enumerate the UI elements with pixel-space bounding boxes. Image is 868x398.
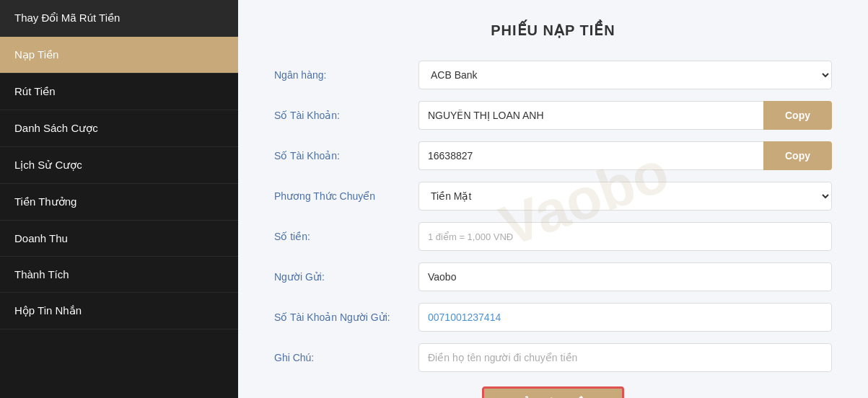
ghi-chu-label: Ghi Chú: <box>274 352 418 363</box>
phuong-thuc-select[interactable]: Tiền Mặt Chuyển Khoản <box>418 182 832 211</box>
sidebar-item-thay-doi-ma-rut-tien[interactable]: Thay Đổi Mã Rút Tiền <box>0 0 238 37</box>
sidebar-item-label: Lịch Sử Cược <box>14 159 82 171</box>
ghi-chu-row: Ghi Chú: <box>274 343 832 372</box>
sidebar-item-tien-thuong[interactable]: Tiền Thưởng <box>0 184 238 221</box>
main-content: Vaobo PHIẾU NẠP TIỀN Ngân hàng: ACB Bank… <box>238 0 868 398</box>
nguoi-gui-label: Người Gửi: <box>274 271 418 283</box>
sidebar-item-label: Thay Đổi Mã Rút Tiền <box>14 12 120 24</box>
sidebar-item-label: Hộp Tin Nhắn <box>14 304 82 317</box>
so-tien-input[interactable] <box>418 222 832 251</box>
so-tien-label: Số tiền: <box>274 231 418 242</box>
sidebar-item-label: Doanh Thu <box>14 232 68 244</box>
ten-tai-khoan-copy-button[interactable]: Copy <box>763 101 832 130</box>
sidebar-item-thanh-tich[interactable]: Thành Tích <box>0 257 238 293</box>
sidebar-item-label: Tiền Thưởng <box>14 195 76 208</box>
ghi-chu-input[interactable] <box>418 343 832 372</box>
nguoi-gui-row: Người Gửi: <box>274 262 832 291</box>
so-tk-nguoi-gui-input[interactable] <box>418 303 832 332</box>
so-tai-khoan-copy-button[interactable]: Copy <box>763 141 832 170</box>
ngan-hang-label: Ngân hàng: <box>274 69 418 81</box>
so-tk-nguoi-gui-label: Số Tài Khoản Người Gửi: <box>274 311 418 323</box>
so-tai-khoan-input-group: Copy <box>418 141 832 170</box>
sidebar-item-label: Thành Tích <box>14 268 69 280</box>
page-title: PHIẾU NẠP TIỀN <box>274 22 832 39</box>
sidebar: Thay Đổi Mã Rút Tiền Nạp Tiền Rút Tiền D… <box>0 0 238 398</box>
ten-tai-khoan-label: Số Tài Khoản: <box>274 110 418 121</box>
sidebar-item-label: Danh Sách Cược <box>14 122 98 134</box>
sidebar-item-danh-sach-cuoc[interactable]: Danh Sách Cược <box>0 110 238 147</box>
nguoi-gui-input[interactable] <box>418 262 832 291</box>
sidebar-item-label: Rút Tiền <box>14 85 56 97</box>
submit-row: GỬI YÊU CẦU <box>274 386 832 398</box>
phuong-thuc-label: Phương Thức Chuyển <box>274 190 418 202</box>
ten-tai-khoan-input[interactable] <box>418 101 763 130</box>
sidebar-item-nap-tien[interactable]: Nạp Tiền <box>0 37 238 74</box>
ten-tai-khoan-input-group: Copy <box>418 101 832 130</box>
so-tien-row: Số tiền: <box>274 222 832 251</box>
so-tai-khoan-row: Số Tài Khoản: Copy <box>274 141 832 170</box>
ten-tai-khoan-row: Số Tài Khoản: Copy <box>274 101 832 130</box>
so-tk-nguoi-gui-row: Số Tài Khoản Người Gửi: <box>274 303 832 332</box>
submit-button[interactable]: GỬI YÊU CẦU <box>482 386 623 398</box>
so-tai-khoan-label: Số Tài Khoản: <box>274 150 418 162</box>
ngan-hang-select[interactable]: ACB Bank Vietcombank BIDV Techcombank <box>418 61 832 89</box>
phuong-thuc-row: Phương Thức Chuyển Tiền Mặt Chuyển Khoản <box>274 182 832 211</box>
sidebar-item-rut-tien[interactable]: Rút Tiền <box>0 74 238 110</box>
ngan-hang-row: Ngân hàng: ACB Bank Vietcombank BIDV Tec… <box>274 61 832 89</box>
sidebar-item-doanh-thu[interactable]: Doanh Thu <box>0 221 238 257</box>
sidebar-item-lich-su-cuoc[interactable]: Lịch Sử Cược <box>0 147 238 184</box>
sidebar-item-hop-tin-nhan[interactable]: Hộp Tin Nhắn <box>0 293 238 330</box>
sidebar-item-label: Nạp Tiền <box>14 48 58 61</box>
so-tai-khoan-input[interactable] <box>418 141 763 170</box>
